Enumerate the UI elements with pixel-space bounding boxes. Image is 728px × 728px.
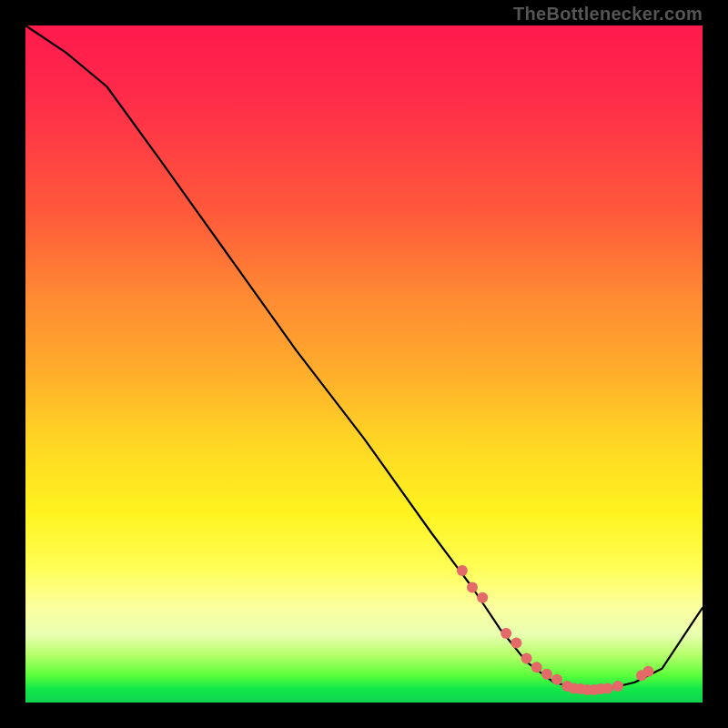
watermark-text: TheBottlenecker.com [513, 4, 703, 25]
chart-svg [25, 25, 703, 703]
highlight-point [500, 628, 511, 639]
highlight-point [511, 638, 521, 649]
highlight-point [612, 681, 623, 692]
highlight-point [457, 565, 468, 576]
highlight-point [531, 662, 542, 672]
highlight-point [467, 582, 478, 593]
chart-frame: TheBottlenecker.com [0, 0, 728, 728]
highlight-points [457, 565, 654, 695]
bottleneck-curve [25, 25, 703, 689]
highlight-point [551, 674, 562, 685]
highlight-point [541, 669, 552, 680]
highlight-point [602, 682, 613, 693]
plot-area [25, 25, 703, 703]
highlight-point [521, 653, 532, 664]
highlight-point [643, 666, 654, 677]
highlight-point [477, 592, 488, 603]
